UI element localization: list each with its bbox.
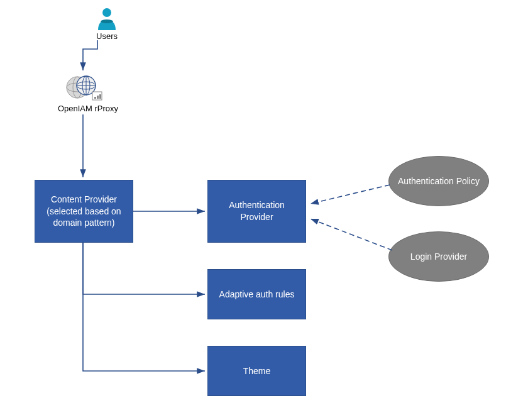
svg-rect-11	[94, 97, 96, 99]
svg-rect-12	[97, 96, 99, 99]
svg-rect-13	[99, 94, 101, 99]
users-icon	[94, 6, 119, 31]
rproxy-label: OpenIAM rProxy	[50, 104, 126, 113]
svg-point-1	[101, 19, 113, 23]
login-provider-node: Login Provider	[388, 231, 489, 282]
adaptive-rules-text: Adaptive auth rules	[219, 289, 295, 301]
globe-icon	[65, 73, 102, 102]
auth-policy-node: Authentication Policy	[388, 156, 489, 206]
content-provider-text: Content Provider (selected based on doma…	[40, 194, 128, 229]
theme-text: Theme	[243, 365, 271, 377]
login-provider-text: Login Provider	[410, 251, 467, 262]
auth-provider-text: Authentication Provider	[213, 199, 300, 223]
users-label: Users	[88, 31, 126, 41]
theme-node: Theme	[207, 346, 306, 396]
content-provider-node: Content Provider (selected based on doma…	[35, 180, 133, 243]
auth-provider-node: Authentication Provider	[207, 180, 306, 243]
svg-point-0	[102, 8, 111, 17]
adaptive-rules-node: Adaptive auth rules	[207, 269, 306, 319]
auth-policy-text: Authentication Policy	[398, 175, 480, 187]
